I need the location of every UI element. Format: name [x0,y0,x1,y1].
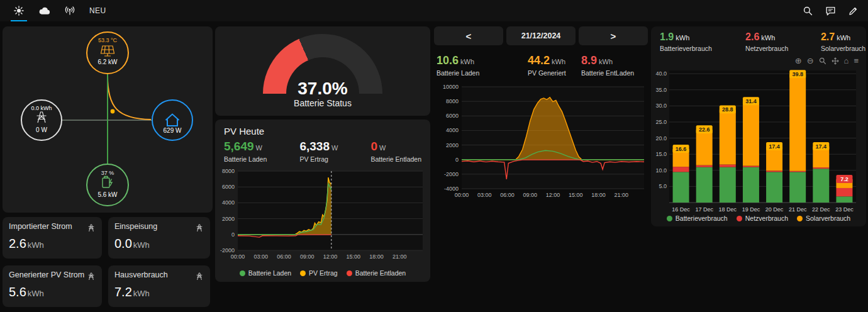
stat-unit: W [331,144,338,152]
topbar-actions [802,5,862,17]
search-button[interactable] [802,5,814,17]
prev-day-button[interactable]: < [434,26,503,45]
legend-item-netzverbrauch[interactable]: Netzverbrauch [737,214,788,222]
svg-text:6000: 6000 [446,113,459,119]
stat-title: Generierter PV Strom [9,270,96,279]
day-energy-chart[interactable]: 1000080006000400020000-2000-400000:0003:… [434,82,648,205]
stat-unit: kWh [599,58,613,65]
battery-node[interactable]: 37 % 5.6 kW [87,164,128,206]
pv-stats-row: 5,649W Batterie Laden 6,338W PV Ertrag 0… [224,140,421,163]
stat-unit: kWh [28,240,44,250]
pv-heute-card: PV Heute 5,649W Batterie Laden 6,338W PV… [215,120,430,282]
stat-title: Importierter Strom [9,222,96,231]
svg-text:10000: 10000 [443,84,459,90]
legend-item-batterieverbrauch[interactable]: Batterieverbrauch [667,214,728,222]
svg-text:-2000: -2000 [444,171,459,177]
stat-value: 2.6 [9,237,26,250]
stat-value: 7.2 [114,285,132,299]
pv-stat-batterie-laden: 5,649W Batterie Laden [224,140,267,163]
legend-dot [300,270,306,276]
svg-text:21:00: 21:00 [614,192,628,198]
tab-signal[interactable] [57,0,82,21]
stat-label: PV Generiert [528,69,581,77]
pv-legend: Batterie Laden PV Ertrag Batterie Entlad… [215,269,430,277]
pv-card-title: PV Heute [224,126,264,136]
solar-power: 6.2 kW [97,58,118,65]
next-day-button[interactable]: > [579,26,648,45]
legend-item-batterie-entladen[interactable]: Batterie Entladen [347,269,406,277]
legend-label: Batterie Laden [248,269,291,277]
tab-cloud[interactable] [31,0,57,21]
week-stats-row: 1.9kWh Batterieverbrauch 2.6kWh Netzverb… [660,31,864,52]
svg-text:06:00: 06:00 [277,254,291,260]
edit-button[interactable] [847,5,859,17]
legend-label: Batterie Entladen [355,269,406,277]
tab-dashboard[interactable] [6,0,31,21]
solar-home-line [108,75,151,120]
pylon-icon [86,271,96,281]
week-consumption-card: 1.9kWh Batterieverbrauch 2.6kWh Netzverb… [651,26,866,226]
svg-text:21 Dec: 21 Dec [789,206,807,213]
svg-text:20.0: 20.0 [655,135,667,142]
stat-value: 0.0 [114,237,132,250]
svg-text:35.0: 35.0 [655,87,667,93]
home-power: 629 W [164,127,182,134]
tab-neu[interactable]: NEU [82,0,113,21]
svg-text:06:00: 06:00 [500,192,515,198]
svg-text:0: 0 [231,231,235,238]
topbar: NEU [0,0,868,21]
svg-text:-4000: -4000 [444,186,459,192]
stat-unit: kWh [552,58,565,65]
grid-power: 0 W [36,126,47,133]
svg-text:16.6: 16.6 [676,146,687,152]
battery-gauge: 37.0% [263,34,382,94]
stat-unit: kWh [837,34,850,42]
stat-unit: kWh [133,240,150,250]
battery-soc: 37 % [101,170,114,176]
stat-card-hausverbrauch[interactable]: Hausverbrauch 7.2kWh [108,265,210,307]
pylon-icon [86,223,96,233]
battery-power: 5.6 kW [97,191,118,198]
stat-label: Netzverbrauch [745,45,821,52]
svg-text:18 Dec: 18 Dec [719,206,737,213]
stat-value: 2.6 [745,31,759,42]
legend-item-solarverbrauch[interactable]: Solarverbrauch [797,214,850,222]
stat-title: Hausverbrauch [114,270,204,279]
battery-status-card[interactable]: 37.0% Batterie Status [215,26,430,116]
stat-value: 8.9 [581,54,597,67]
legend-item-pv-ertrag[interactable]: PV Ertrag [300,269,338,277]
legend-item-batterie-laden[interactable]: Batterie Laden [240,269,291,277]
stat-value: 10.6 [437,54,459,67]
svg-text:40.0: 40.0 [655,70,667,77]
home-node[interactable]: 629 W [152,100,192,140]
stat-card-generierter-pv-strom[interactable]: Generierter PV Strom 5.6kWh [3,265,102,307]
chat-button[interactable] [825,5,837,17]
svg-text:03:00: 03:00 [477,192,492,198]
legend-dot [797,216,803,221]
grid-node[interactable]: 0.0 kWh 0 W [21,100,62,140]
pylon-icon [194,223,204,233]
stat-card-importierter-strom[interactable]: Importierter Strom 2.6kWh [3,217,102,259]
gauge-caption: Batterie Status [215,98,430,108]
stat-card-einspeisung[interactable]: Einspeisung 0.0kWh [108,217,210,259]
week-legend: Batterieverbrauch Netzverbrauch Solarver… [651,214,866,222]
stat-value: 44.2 [528,54,550,67]
stat-value: 2.7 [821,31,835,42]
svg-text:23 Dec: 23 Dec [835,206,854,213]
pv-today-chart[interactable]: 80006000400020000-200000:0003:0006:0009:… [219,167,426,263]
svg-text:-2000: -2000 [220,247,235,254]
stat-value: 1.9 [660,31,674,42]
topbar-tabs: NEU [6,0,113,21]
stat-label: Batterie EntLaden [581,69,648,77]
stat-label: Solarverbrauch [821,45,865,52]
day-stat-batterie-laden: 10.6kWh Batterie Laden [437,54,528,77]
stat-unit: W [256,144,262,152]
week-consumption-chart[interactable]: 5.010.015.020.025.030.035.040.016.616 De… [654,62,864,220]
stat-unit: kWh [761,34,775,42]
date-display[interactable]: 21/12/2024 [506,26,576,45]
solar-node[interactable]: 53.3 °C 6.2 kW [87,32,128,74]
legend-label: PV Ertrag [309,269,338,277]
svg-text:17 Dec: 17 Dec [695,206,713,213]
svg-text:10.0: 10.0 [655,167,667,174]
pylon-icon [194,271,204,281]
